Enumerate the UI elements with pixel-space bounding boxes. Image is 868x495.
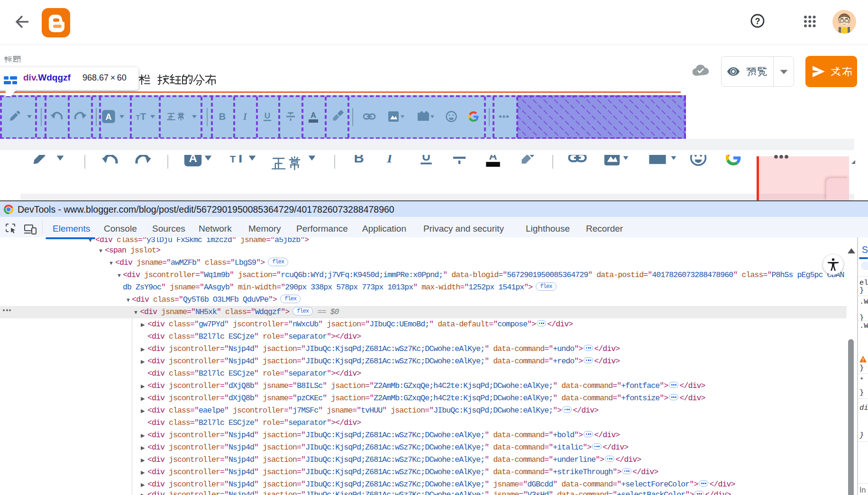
svg-text:?: ? xyxy=(755,17,760,26)
